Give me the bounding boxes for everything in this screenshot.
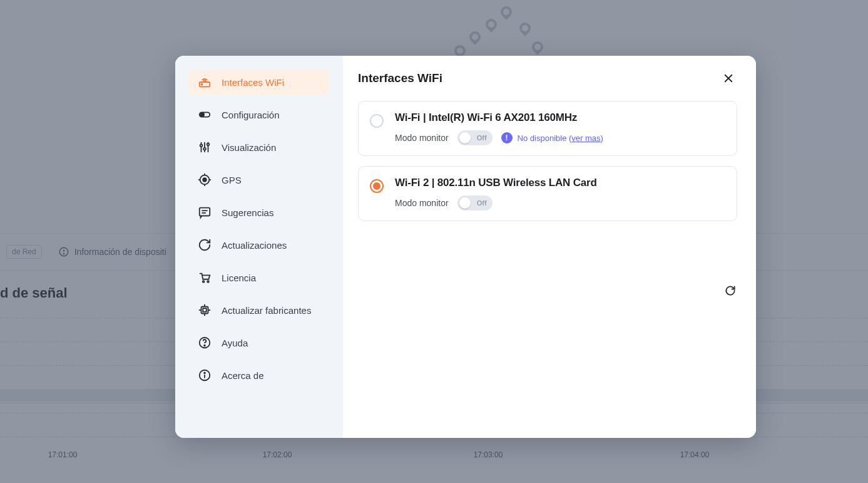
settings-panel: Interfaces WiFi Wi-Fi | Intel(R) Wi-Fi 6…: [343, 56, 756, 438]
svg-rect-19: [200, 208, 210, 216]
crosshair-icon: [198, 173, 212, 187]
svg-point-10: [200, 144, 203, 147]
sidebar-item-label: Visualización: [222, 142, 276, 153]
monitor-mode-toggle[interactable]: Off: [457, 130, 493, 145]
alert-icon: !: [501, 132, 513, 143]
interface-title: Wi-Fi | Intel(R) Wi-Fi 6 AX201 160MHz: [395, 112, 725, 124]
sidebar-item-wifi-interfaces[interactable]: Interfaces WiFi: [189, 70, 329, 95]
sidebar-item-configuration[interactable]: Configuración: [189, 102, 329, 127]
sidebar-item-update-vendors[interactable]: Actualizar fabricantes: [189, 298, 329, 323]
interface-card[interactable]: Wi-Fi 2 | 802.11n USB Wireless LAN Card …: [358, 166, 737, 221]
sidebar-item-suggestions[interactable]: Sugerencias: [189, 200, 329, 225]
svg-rect-25: [203, 308, 207, 312]
sidebar-item-label: Acerca de: [222, 370, 264, 381]
sidebar-item-label: Actualizaciones: [222, 240, 287, 251]
status-pill: ! No disponible (ver mas): [501, 132, 603, 143]
svg-point-22: [203, 281, 205, 283]
svg-point-23: [207, 281, 209, 283]
monitor-mode-toggle[interactable]: Off: [457, 195, 493, 210]
svg-point-12: [207, 143, 210, 146]
sidebar-item-label: Sugerencias: [222, 207, 273, 218]
settings-modal: Interfaces WiFi Configuración Visualizac…: [175, 56, 756, 438]
help-icon: [198, 336, 212, 350]
toggle-icon: [198, 108, 212, 122]
chip-icon: [198, 303, 212, 317]
monitor-mode-label: Modo monitor: [395, 133, 449, 143]
svg-point-4: [202, 84, 203, 85]
status-link[interactable]: ver mas: [571, 133, 600, 143]
sidebar-item-visualization[interactable]: Visualización: [189, 135, 329, 160]
sliders-icon: [198, 140, 212, 154]
svg-point-6: [201, 113, 205, 117]
cart-icon: [198, 271, 212, 284]
sidebar-item-label: GPS: [222, 175, 242, 185]
sidebar-item-label: Configuración: [222, 110, 280, 120]
sidebar-item-label: Interfaces WiFi: [222, 77, 284, 88]
wifi-interface-icon: [198, 75, 212, 89]
monitor-mode-label: Modo monitor: [395, 198, 449, 208]
sidebar-item-label: Licencia: [222, 273, 256, 283]
status-text: No disponible: [518, 133, 567, 143]
chat-icon: [198, 205, 212, 219]
sidebar-item-help[interactable]: Ayuda: [189, 330, 329, 355]
sidebar-item-updates[interactable]: Actualizaciones: [189, 232, 329, 257]
svg-rect-24: [202, 307, 208, 314]
sidebar-item-label: Ayuda: [222, 338, 248, 348]
sidebar-item-label: Actualizar fabricantes: [222, 305, 311, 316]
svg-point-31: [204, 345, 205, 346]
svg-point-14: [203, 178, 207, 182]
sidebar-item-gps[interactable]: GPS: [189, 167, 329, 192]
interface-radio[interactable]: [370, 179, 384, 193]
settings-sidebar: Interfaces WiFi Configuración Visualizac…: [175, 56, 343, 438]
info-icon: [198, 368, 212, 382]
refresh-button[interactable]: [722, 283, 738, 299]
svg-point-11: [203, 148, 206, 150]
sidebar-item-about[interactable]: Acerca de: [189, 363, 329, 388]
interface-radio[interactable]: [370, 114, 384, 128]
svg-point-33: [204, 372, 205, 373]
interface-card[interactable]: Wi-Fi | Intel(R) Wi-Fi 6 AX201 160MHz Mo…: [358, 101, 737, 156]
sidebar-item-license[interactable]: Licencia: [189, 265, 329, 290]
update-icon: [198, 238, 212, 252]
panel-title: Interfaces WiFi: [358, 71, 442, 85]
close-button[interactable]: [720, 70, 737, 87]
interface-title: Wi-Fi 2 | 802.11n USB Wireless LAN Card: [395, 177, 725, 189]
